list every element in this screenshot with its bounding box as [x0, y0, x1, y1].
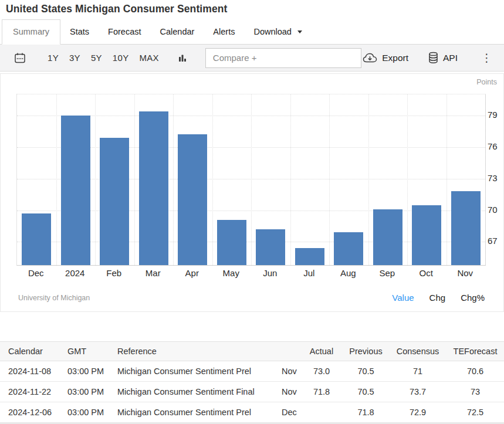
vertical-gridline [368, 94, 369, 265]
chart-type-button[interactable] [177, 53, 188, 63]
column-header: Actual [300, 342, 343, 361]
tab-calendar[interactable]: Calendar [151, 20, 204, 44]
mode-chgpct-button[interactable]: Chg% [461, 293, 485, 303]
api-button[interactable]: API [428, 52, 458, 64]
table-cell: Michigan Consumer Sentiment Final [109, 382, 273, 402]
calendar-range-button[interactable] [14, 52, 26, 64]
x-axis-label: May [212, 268, 251, 278]
x-axis: Dec2024FebMarAprMayJunJulAugSepOctNov [16, 268, 486, 280]
table-cell: 71.8 [343, 402, 389, 423]
api-label: API [443, 53, 458, 63]
table-cell: 2024-11-08 [0, 361, 59, 382]
table-cell: 73.0 [300, 361, 343, 382]
table-cell: 73.7 [389, 382, 447, 402]
x-axis-label: Mar [134, 268, 173, 278]
chart-source: University of Michigan [18, 294, 90, 302]
vertical-gridline [485, 94, 486, 265]
column-header: Reference [109, 342, 273, 361]
table-cell [300, 402, 343, 423]
y-axis-label: 70 [488, 205, 503, 215]
calendar-table-section: CalendarGMTReferenceActualPreviousConsen… [0, 341, 504, 424]
kebab-menu-icon: ⋮ [481, 52, 492, 63]
bar-Sep[interactable] [373, 209, 402, 265]
tab-alerts[interactable]: Alerts [204, 20, 244, 44]
column-header: GMT [59, 342, 109, 361]
column-header [273, 342, 300, 361]
column-header: Previous [343, 342, 389, 361]
vertical-gridline [95, 94, 96, 265]
titlebar: United States Michigan Consumer Sentimen… [0, 0, 504, 18]
table-body: 2024-11-0803:00 PMMichigan Consumer Sent… [0, 361, 504, 423]
x-axis-label: Sep [368, 268, 407, 278]
vertical-gridline [134, 94, 135, 265]
y-axis-label: 73 [488, 173, 503, 183]
x-axis-label: Jul [290, 268, 329, 278]
vertical-gridline [56, 94, 57, 265]
table-cell: 2024-11-22 [0, 382, 59, 402]
x-axis-label: Oct [407, 268, 446, 278]
chart-plot[interactable] [16, 94, 486, 266]
tab-download[interactable]: Download [244, 20, 312, 44]
x-axis-label: Dec [16, 268, 56, 278]
y-axis-label: 79 [488, 110, 503, 120]
bar-Jul[interactable] [295, 248, 324, 265]
bar-Oct[interactable] [412, 205, 441, 265]
table-cell: Nov [273, 382, 300, 402]
table-cell: 03:00 PM [59, 382, 109, 402]
table-cell: 03:00 PM [59, 361, 109, 382]
table-cell: 70.5 [343, 361, 389, 382]
table-row: 2024-11-0803:00 PMMichigan Consumer Sent… [0, 361, 504, 382]
bar-2024[interactable] [61, 116, 90, 265]
mode-chg-button[interactable]: Chg [429, 293, 446, 303]
bar-Mar[interactable] [139, 111, 168, 265]
export-cloud-icon [363, 53, 377, 63]
export-label: Export [382, 53, 408, 63]
bar-Jun[interactable] [256, 229, 285, 265]
kebab-menu-button[interactable]: ⋮ [478, 51, 496, 65]
table-cell: 71.8 [300, 382, 343, 402]
range-10y-button[interactable]: 10Y [107, 50, 134, 65]
x-axis-label: Apr [172, 268, 212, 278]
bar-Feb[interactable] [100, 138, 129, 265]
vertical-gridline [447, 94, 447, 265]
tab-stats[interactable]: Stats [60, 20, 99, 44]
vertical-gridline [329, 94, 330, 265]
column-header: Calendar [0, 342, 59, 361]
bar-chart-icon [177, 53, 188, 63]
y-axis: 6770737679 [488, 94, 503, 266]
table-cell: 70.5 [343, 382, 389, 402]
table-cell: 71 [389, 361, 447, 382]
bar-Nov[interactable] [451, 191, 481, 265]
bar-Dec[interactable] [22, 213, 51, 265]
table-row: 2024-11-2203:00 PMMichigan Consumer Sent… [0, 382, 504, 402]
bar-May[interactable] [217, 220, 246, 265]
y-axis-label: 67 [488, 236, 503, 246]
range-group: 1Y 3Y 5Y 10Y MAX [42, 50, 164, 65]
mode-value-button[interactable]: Value [392, 293, 414, 303]
range-3y-button[interactable]: 3Y [64, 50, 86, 65]
chart-mode-switcher: Value Chg Chg% [392, 293, 485, 303]
vertical-gridline [212, 94, 213, 265]
toolbar-right: Export API ⋮ [363, 51, 496, 65]
table-header-row: CalendarGMTReferenceActualPreviousConsen… [0, 342, 504, 361]
compare-input[interactable] [205, 48, 361, 68]
export-button[interactable]: Export [363, 53, 408, 63]
table-cell: Michigan Consumer Sentiment Prel [109, 361, 273, 382]
vertical-gridline [251, 94, 252, 265]
x-axis-label: 2024 [56, 268, 95, 278]
range-1y-button[interactable]: 1Y [42, 50, 64, 65]
tab-forecast[interactable]: Forecast [99, 20, 150, 44]
x-axis-label: Aug [329, 268, 368, 278]
range-max-button[interactable]: MAX [134, 50, 164, 65]
bar-Apr[interactable] [178, 134, 207, 265]
chart-toolbar: 1Y 3Y 5Y 10Y MAX Exp [0, 45, 504, 72]
table-cell: 2024-12-06 [0, 402, 59, 423]
table-cell: 70.6 [447, 361, 504, 382]
tab-summary[interactable]: Summary [2, 19, 60, 45]
bar-Aug[interactable] [334, 232, 363, 265]
page-title: United States Michigan Consumer Sentimen… [6, 3, 498, 15]
table-cell: Michigan Consumer Sentiment Prel [109, 402, 273, 423]
tab-download-label: Download [253, 27, 292, 36]
range-5y-button[interactable]: 5Y [86, 50, 107, 65]
x-axis-label: Nov [446, 268, 485, 278]
